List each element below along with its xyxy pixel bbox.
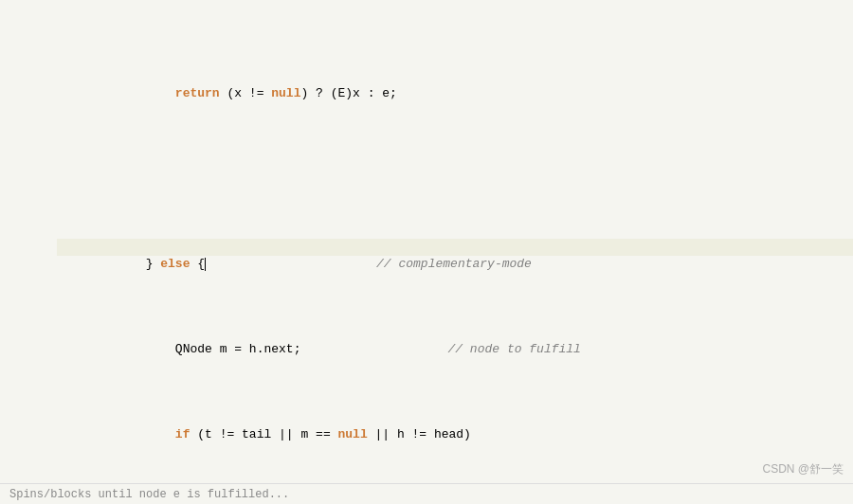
- code-line: if (t != tail || m == null || h != head): [57, 409, 853, 426]
- line-num: [13, 307, 40, 324]
- line-num: [13, 205, 40, 222]
- line-num: [13, 119, 40, 136]
- watermark: CSDN @舒一笑: [762, 461, 844, 477]
- code-line: QNode m = h.next;// node to fulfill: [57, 324, 853, 341]
- line-num: [13, 171, 40, 188]
- line-num: [13, 34, 40, 51]
- line-num: [13, 256, 40, 273]
- line-num: [13, 136, 40, 153]
- code-line: return (x != null) ? (E)x : e;: [57, 68, 853, 85]
- line-numbers: [13, 0, 47, 483]
- line-num: [13, 222, 40, 239]
- line-num: [13, 239, 40, 256]
- bottom-bar: Spins/blocks until node e is fulfilled..…: [0, 483, 853, 504]
- code-line-active: } else {// complementary-mode: [57, 239, 853, 256]
- code-area: return (x != null) ? (E)x : e; } else {/…: [0, 0, 853, 483]
- code-content[interactable]: return (x != null) ? (E)x : e; } else {/…: [47, 0, 853, 483]
- line-num: [13, 51, 40, 68]
- code-line: [57, 153, 853, 171]
- side-gutter: [0, 0, 13, 483]
- bottom-text: Spins/blocks until node e is fulfilled..…: [9, 488, 289, 501]
- line-num: [13, 68, 40, 85]
- line-num: [13, 153, 40, 171]
- line-num: [13, 102, 40, 119]
- line-num: [13, 188, 40, 205]
- line-num: [13, 0, 40, 17]
- line-num: [13, 290, 40, 307]
- line-num: [13, 273, 40, 290]
- line-num: [13, 17, 40, 34]
- line-num: [13, 324, 40, 341]
- line-num: [13, 85, 40, 102]
- editor: return (x != null) ? (E)x : e; } else {/…: [0, 0, 853, 504]
